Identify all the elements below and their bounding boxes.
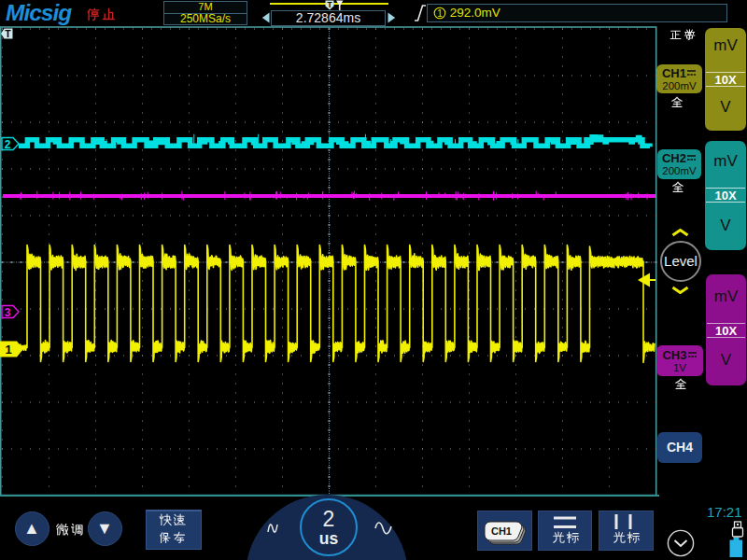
svg-text:2: 2 (5, 138, 11, 151)
svg-text:CH1: CH1 (491, 525, 512, 537)
svg-text:T: T (5, 28, 11, 39)
svg-text:1: 1 (5, 343, 11, 357)
svg-text:3: 3 (5, 306, 11, 319)
